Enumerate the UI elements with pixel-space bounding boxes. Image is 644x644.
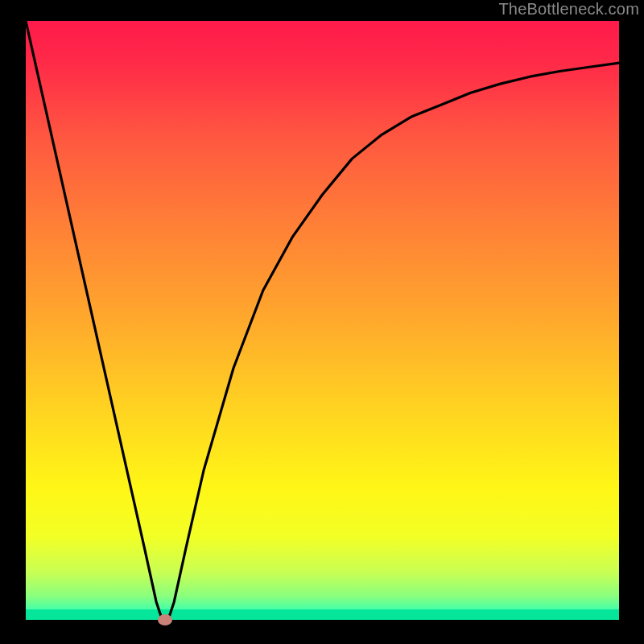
chart-frame: TheBottleneck.com (0, 0, 644, 644)
green-bottom-band (26, 609, 619, 620)
optimal-point-marker (158, 614, 172, 625)
chart-svg (26, 21, 619, 620)
plot-area (26, 21, 619, 620)
gradient-background (26, 21, 619, 620)
watermark-label: TheBottleneck.com (498, 0, 639, 19)
